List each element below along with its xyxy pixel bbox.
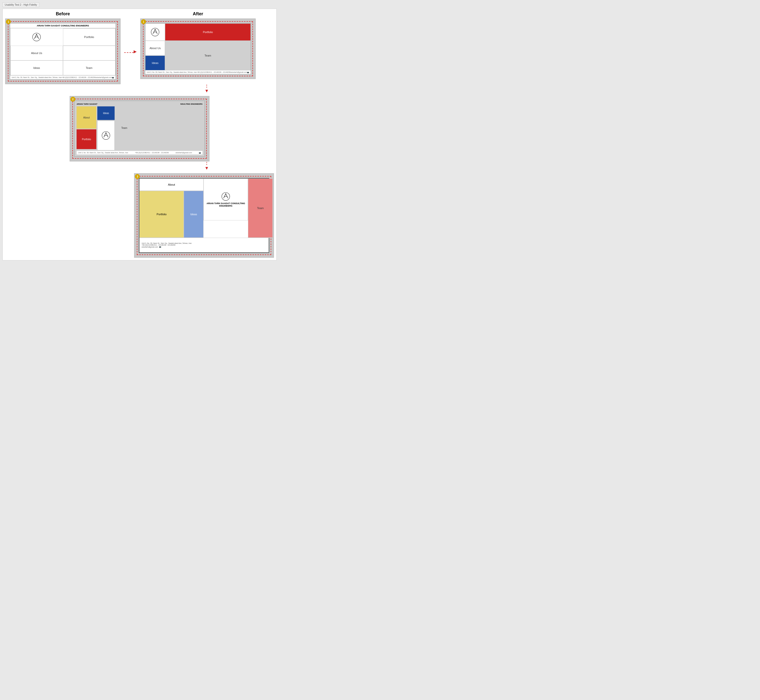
svg-point-3 (155, 29, 156, 30)
middle-header: ARIAN TARH SAADAT NSULTING ENGINEERS (77, 103, 202, 105)
mosaic-col-2: Ideas (97, 106, 114, 151)
mosaic-logo-box (97, 121, 114, 150)
bottom-portfolio-cell[interactable]: Portfolio (139, 191, 184, 238)
before-portfolio-cell[interactable]: Portfolio (63, 28, 116, 46)
after-content: 1 (140, 19, 255, 79)
instagram-icon-middle: 📷 (199, 152, 201, 154)
bottom-footer-email: ariantarh@gmail.com (141, 246, 158, 248)
mosaic-col-3: Team (116, 106, 133, 151)
dashed-line (124, 52, 134, 53)
svg-point-7 (225, 193, 226, 194)
after-ideas-cell[interactable]: Ideas (145, 56, 165, 70)
main-container: Before 1 ARIAN TARH SAADAT CONSULTING EN… (3, 9, 277, 260)
middle-website-mockup: ARIAN TARH SAADAT NSULTING ENGINEERS Abo… (74, 101, 205, 157)
comparison-row: Before 1 ARIAN TARH SAADAT CONSULTING EN… (5, 11, 274, 84)
after-about-cell[interactable]: About Us (145, 41, 165, 56)
middle-company-name-left: ARIAN TARH SAADAT (77, 103, 97, 105)
top-bar: Usability Test 2 - High Fidelity (3, 3, 39, 7)
bottom-ideas-cell[interactable]: Ideas (184, 191, 204, 238)
after-panel: After 1 (140, 11, 255, 84)
middle-footer: Unit 3, No. 39, Nami St., Sarv Sq., Saad… (77, 151, 202, 155)
middle-footer-phone: +98 (0)21223B2411 - 22148196 - 22148296 (135, 152, 169, 154)
before-footer-email: ariantarh@gmail.com (96, 77, 112, 78)
svg-point-5 (105, 132, 107, 133)
before-panel: Before 1 ARIAN TARH SAADAT CONSULTING EN… (5, 11, 121, 84)
before-team-cell[interactable]: Team (63, 61, 116, 75)
mosaic-about-tile[interactable]: About (77, 106, 96, 128)
v-line-1 (207, 85, 207, 88)
bottom-company-name: ARIAN TARH SAADAT CONSULTING ENGINEERS (205, 202, 246, 207)
after-team-cell[interactable]: Team (165, 41, 251, 70)
mosaic-col-1: About Portfolio (77, 106, 96, 151)
top-bar-label: Usability Test 2 - High Fidelity (5, 3, 37, 6)
before-footer-address: Unit 3, No. 39, Nami St., Sarv Sq., Saad… (12, 77, 62, 78)
instagram-icon-bottom: 📷 (159, 246, 161, 248)
bottom-annotation: 3 About (137, 176, 271, 255)
instagram-icon-before: 📷 (112, 77, 114, 78)
before-website-mockup: ARIAN TARH SAADAT CONSULTING ENGINEERS (10, 23, 116, 80)
instagram-icon-after: 📷 (247, 71, 249, 73)
before-footer-phone: +98 (0)21223B2411 - 22148196 - 22148296 (62, 77, 96, 78)
v-line-2 (207, 162, 207, 166)
before-about-cell[interactable]: About Us (10, 46, 63, 61)
middle-panel: 2 ARIAN TARH SAADAT NSULTING ENGINEERS A… (70, 96, 210, 161)
after-title: After (140, 11, 255, 17)
bottom-website-mockup: About ARIAN TARH SAADAT CONSULTING ENGIN… (139, 178, 269, 253)
after-annotation: 1 (143, 21, 253, 76)
middle-annotation: 2 ARIAN TARH SAADAT NSULTING ENGINEERS A… (72, 99, 207, 159)
before-annotation: 1 ARIAN TARH SAADAT CONSULTING ENGINEERS (8, 21, 118, 81)
middle-company-name-right: NSULTING ENGINEERS (180, 103, 202, 105)
after-website-mockup: Portfolio About Us Ideas (145, 23, 251, 74)
middle-row: 2 ARIAN TARH SAADAT NSULTING ENGINEERS A… (5, 96, 274, 161)
before-nav-grid: Portfolio About Us Ideas (10, 28, 116, 75)
connector-1-wrap: ▼ (139, 84, 274, 94)
bottom-about-cell[interactable]: About (139, 178, 204, 191)
bottom-logo-area: ARIAN TARH SAADAT CONSULTING ENGINEERS (204, 178, 248, 220)
after-footer-phone: +98 (0)21223B2411 - 22148196 - 22148296 (197, 71, 231, 73)
after-logo-cell (145, 23, 165, 41)
after-portfolio-cell[interactable]: Portfolio (165, 23, 251, 41)
before-title: Before (5, 11, 121, 17)
bottom-team-cell[interactable]: Team (248, 178, 273, 238)
before-footer: Unit 3, No. 39, Nami St., Sarv Sq., Saad… (10, 75, 116, 79)
mosaic-logo-icon (102, 131, 110, 140)
svg-point-1 (36, 34, 37, 35)
mosaic-portfolio-tile[interactable]: Portfolio (77, 129, 96, 149)
after-logo-icon (150, 28, 160, 36)
badge-1-before: 1 (6, 19, 11, 24)
middle-footer-email: ariantarh@gmail.com (176, 152, 192, 154)
bottom-panel: 3 About (134, 173, 274, 258)
logo-icon (32, 33, 41, 41)
after-nav-grid: Portfolio About Us Ideas (145, 23, 251, 70)
before-empty-cell (63, 46, 116, 61)
bottom-footer: Unit 3, No. 39, Nami St., Sarv Sq., Saad… (139, 238, 273, 253)
bottom-logo-icon (221, 192, 230, 201)
before-logo-cell (10, 28, 63, 46)
bottom-nav-grid: About ARIAN TARH SAADAT CONSULTING ENGIN… (139, 178, 269, 253)
mosaic-ideas-tile[interactable]: Ideas (97, 106, 114, 120)
arrow-down-2: ▼ (205, 166, 209, 171)
after-footer-address: Unit 3, No. 39, Nami St., Sarv Sq., Saad… (147, 71, 197, 73)
h-arrow-connector: ▶ (123, 50, 138, 53)
connector-2: ▼ (205, 162, 209, 171)
arrow-down-1: ▼ (205, 88, 209, 94)
mockup-company-name: ARIAN TARH SAADAT CONSULTING ENGINEERS (10, 23, 116, 28)
connector-1: ▼ (205, 85, 209, 94)
bottom-footer-phone: +98 (0)21223B2411 - 22148196 - 22148296 (141, 244, 271, 246)
bottom-row: 3 About (5, 173, 274, 258)
before-content: 1 ARIAN TARH SAADAT CONSULTING ENGINEERS (5, 19, 121, 84)
before-ideas-cell[interactable]: Ideas (10, 61, 63, 75)
middle-footer-address: Unit 3, No. 39, Nami St., Sarv Sq., Saad… (78, 152, 128, 154)
after-footer-email: ariantarh@gmail.com (230, 71, 247, 73)
mosaic-team-tile[interactable]: Team (116, 106, 133, 150)
mosaic-grid: About Portfolio Ideas (77, 106, 202, 151)
bottom-footer-address: Unit 3, No. 39, Nami St., Sarv Sq., Saad… (141, 242, 271, 244)
badge-2: 2 (71, 97, 75, 102)
badge-1-after: 1 (141, 19, 146, 24)
connector-2-wrap: ▼ (139, 161, 274, 171)
after-footer: Unit 3, No. 39, Nami St., Sarv Sq., Saad… (145, 70, 251, 74)
arrow-head-right: ▶ (134, 50, 136, 53)
